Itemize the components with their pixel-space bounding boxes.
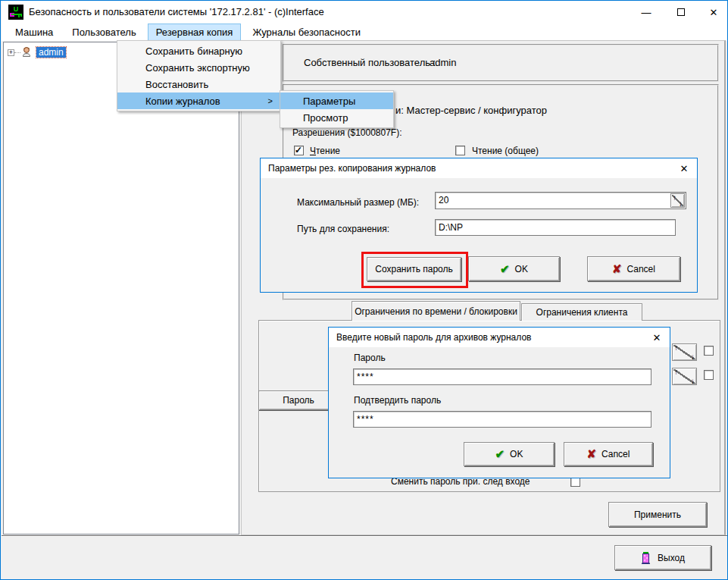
log-copies-submenu: Параметры Просмотр bbox=[280, 90, 394, 128]
read-checkbox-label: Чтение bbox=[310, 146, 340, 156]
dialog-titlebar: Введите новый пароль для архивов журнало… bbox=[329, 328, 670, 347]
save-path-value: D:\NP bbox=[439, 222, 463, 233]
restriction-checkbox-1[interactable] bbox=[704, 346, 714, 356]
dialog-title: Введите новый пароль для архивов журнало… bbox=[336, 332, 531, 343]
restriction-checkbox-2[interactable] bbox=[704, 370, 714, 380]
own-user-value: admin bbox=[430, 57, 456, 68]
save-path-input[interactable]: D:\NP bbox=[435, 219, 676, 236]
confirm-password-input[interactable]: **** bbox=[353, 411, 651, 428]
close-icon: ✕ bbox=[653, 332, 661, 343]
spin-up-icon: ↑ bbox=[674, 343, 678, 352]
password-cancel-button[interactable]: ✘ Cancel bbox=[564, 442, 653, 466]
cancel-cross-icon: ✘ bbox=[587, 447, 597, 461]
menu-item-label: Параметры bbox=[303, 96, 355, 107]
menu-item-view[interactable]: Просмотр bbox=[280, 109, 393, 126]
max-size-input[interactable]: 20 ↑ ↓ bbox=[435, 192, 686, 209]
dialog-title: Параметры рез. копирования журналов bbox=[268, 163, 436, 174]
menu-item-restore[interactable]: Восстановить bbox=[117, 76, 280, 92]
confirm-password-label: Подтвердить пароль bbox=[354, 395, 441, 406]
max-size-label: Максимальный размер (МБ): bbox=[297, 197, 419, 208]
close-icon: ✕ bbox=[710, 7, 718, 18]
menu-backup[interactable]: Резервная копия bbox=[148, 24, 242, 41]
password-button[interactable]: Пароль bbox=[258, 390, 339, 410]
permissions-label: Разрешения ($1000807F): bbox=[292, 127, 402, 138]
dialog-close-button[interactable]: ✕ bbox=[647, 328, 667, 347]
read-checkbox[interactable]: ✓ bbox=[294, 146, 304, 155]
save-path-label: Путь для сохранения: bbox=[297, 224, 389, 234]
backup-dropdown-menu: Сохранить бинарную Сохранить экспортную … bbox=[117, 40, 281, 111]
menu-item-label: Сохранить экспортную bbox=[145, 62, 250, 74]
confirm-password-value: **** bbox=[357, 414, 374, 425]
menu-security-logs[interactable]: Журналы безопасности bbox=[245, 24, 368, 41]
close-button[interactable]: ✕ bbox=[698, 1, 728, 24]
password-dialog: Введите новый пароль для архивов журнало… bbox=[328, 327, 670, 478]
tab-client-restrictions[interactable]: Ограничения клиента bbox=[521, 303, 642, 321]
tab-label: Ограничения клиента bbox=[536, 307, 628, 318]
check-mark-icon: ✓ bbox=[295, 145, 302, 155]
tree-expander-icon[interactable]: + bbox=[8, 49, 14, 56]
read-common-checkbox[interactable] bbox=[455, 146, 465, 155]
ok-check-icon: ✔ bbox=[500, 262, 510, 276]
password-input[interactable]: **** bbox=[353, 368, 651, 385]
backup-params-dialog: Параметры рез. копирования журналов ✕ Ма… bbox=[260, 158, 698, 293]
read-common-checkbox-label: Чтение (общее) bbox=[472, 146, 539, 156]
own-user-frame: Собственный пользователь : admin bbox=[283, 44, 719, 82]
tree-row-admin: + admin bbox=[8, 45, 66, 59]
tree-node-admin[interactable]: admin bbox=[36, 47, 66, 58]
app-key-icon: U bbox=[8, 5, 23, 20]
highlight-rectangle bbox=[361, 252, 468, 288]
cancel-label: Cancel bbox=[627, 264, 655, 274]
window-title: Безопасность и пользователи системы '172… bbox=[29, 1, 324, 24]
exit-door-icon bbox=[641, 551, 652, 565]
apply-button[interactable]: Применить bbox=[608, 502, 707, 527]
dialog-close-button[interactable]: ✕ bbox=[674, 158, 694, 178]
spinner-2[interactable]: ↑ ↓ bbox=[672, 368, 697, 385]
role-text: и: Мастер-сервис / конфигуратор bbox=[395, 105, 547, 116]
spin-up-icon: ↑ bbox=[674, 368, 678, 376]
params-ok-button[interactable]: ✔ OK bbox=[468, 256, 560, 281]
max-size-spinner[interactable]: ↑ ↓ bbox=[670, 193, 685, 208]
own-user-label: Собственный пользователь : bbox=[304, 57, 436, 68]
menu-item-log-copies[interactable]: Копии журналов > bbox=[117, 92, 280, 109]
cancel-label: Cancel bbox=[601, 449, 630, 459]
menu-item-label: Сохранить бинарную bbox=[145, 45, 242, 57]
spinner-1[interactable]: ↑ ↓ bbox=[672, 343, 697, 361]
ok-label: OK bbox=[515, 264, 528, 274]
menu-item-save-export[interactable]: Сохранить экспортную bbox=[117, 59, 280, 76]
password-button-label: Пароль bbox=[283, 395, 314, 406]
minimize-button[interactable]: — bbox=[629, 1, 664, 24]
tab-time-restrictions[interactable]: Ограничения по времени / блокировки bbox=[352, 301, 520, 321]
menu-item-parameters[interactable]: Параметры bbox=[280, 92, 393, 109]
spin-down-icon: ↓ bbox=[691, 377, 695, 385]
maximize-button[interactable] bbox=[664, 1, 698, 24]
max-size-value: 20 bbox=[439, 195, 448, 205]
apply-button-label: Применить bbox=[634, 509, 681, 520]
tree-connector bbox=[14, 52, 20, 53]
submenu-arrow-icon: > bbox=[268, 96, 273, 105]
exit-button-label: Выход bbox=[658, 553, 685, 563]
spin-up-icon: ↑ bbox=[673, 193, 676, 202]
password-value: **** bbox=[357, 372, 374, 382]
password-label: Пароль bbox=[354, 353, 386, 363]
minimize-icon: — bbox=[642, 7, 651, 18]
footer-divider bbox=[2, 535, 727, 537]
menu-user[interactable]: Пользователь bbox=[64, 24, 143, 41]
menu-item-label: Восстановить bbox=[145, 79, 208, 90]
dialog-titlebar: Параметры рез. копирования журналов bbox=[261, 158, 697, 178]
menubar: Машина Пользователь Резервная копия Журн… bbox=[2, 24, 728, 41]
menu-item-save-binary[interactable]: Сохранить бинарную bbox=[117, 42, 280, 59]
password-ok-button[interactable]: ✔ OK bbox=[464, 442, 555, 466]
params-cancel-button[interactable]: ✘ Cancel bbox=[587, 256, 680, 281]
ok-label: OK bbox=[510, 449, 523, 459]
user-tree-panel: + admin bbox=[3, 42, 239, 535]
cancel-cross-icon: ✘ bbox=[612, 262, 622, 276]
titlebar: U Безопасность и пользователи системы '1… bbox=[2, 1, 728, 24]
svg-text:U: U bbox=[14, 5, 19, 13]
maximize-icon bbox=[677, 8, 685, 16]
ok-check-icon: ✔ bbox=[495, 447, 505, 461]
spin-down-icon: ↓ bbox=[691, 353, 695, 361]
menu-machine[interactable]: Машина bbox=[8, 24, 61, 41]
spin-down-icon: ↓ bbox=[679, 199, 683, 208]
user-icon bbox=[20, 46, 33, 58]
exit-button[interactable]: Выход bbox=[614, 545, 711, 570]
